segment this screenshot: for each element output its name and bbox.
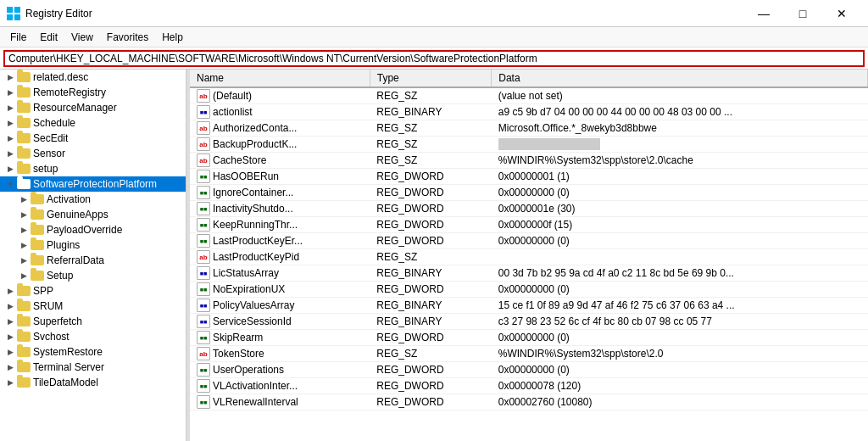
- type-cell: REG_DWORD: [370, 282, 491, 298]
- tree-item[interactable]: ▶Terminal Server: [0, 360, 186, 375]
- type-cell: REG_BINARY: [370, 104, 491, 120]
- data-value: 0x00002760 (10080): [498, 396, 593, 408]
- folder-icon: [31, 254, 44, 267]
- menu-help[interactable]: Help: [155, 30, 190, 45]
- folder-icon: [17, 284, 31, 298]
- tree-item[interactable]: ▶SecEdit: [0, 131, 186, 146]
- table-row[interactable]: ■■UserOperations REG_DWORD 0x00000000 (0…: [190, 362, 868, 378]
- tree-item[interactable]: ▶Plugins: [0, 237, 186, 253]
- tree-item-label: Superfetch: [33, 315, 186, 327]
- table-row[interactable]: ■■VLActivationInter... REG_DWORD 0x00000…: [190, 378, 868, 394]
- table-row[interactable]: ■■ServiceSessionId REG_BINARY c3 27 98 2…: [190, 314, 868, 330]
- svg-rect-2: [7, 14, 13, 20]
- table-row[interactable]: abBackupProductK... REG_SZ: [190, 137, 868, 153]
- table-row[interactable]: ■■actionlist REG_BINARY a9 c5 9b d7 04 0…: [190, 104, 868, 120]
- tree-item[interactable]: ▶PayloadOverride: [0, 222, 186, 237]
- table-row[interactable]: abLastProductKeyPid REG_SZ: [190, 249, 868, 265]
- reg-dword-icon: ■■: [197, 282, 210, 296]
- data-value: 0x00000000 (0): [498, 364, 570, 376]
- table-row[interactable]: abAuthorizedConta... REG_SZ Microsoft.Of…: [190, 120, 868, 137]
- tree-expand-icon[interactable]: ▶: [3, 116, 17, 130]
- close-button[interactable]: ✕: [822, 0, 861, 27]
- tree-item[interactable]: ▶Schedule: [0, 115, 186, 131]
- tree-item[interactable]: ▶SPP: [0, 283, 186, 299]
- tree-expand-icon[interactable]: ▶: [17, 223, 31, 237]
- reg-name: PolicyValuesArray: [213, 299, 294, 311]
- tree-expand-icon[interactable]: ▶: [17, 269, 31, 282]
- menu-favorites[interactable]: Favorites: [100, 30, 155, 45]
- tree-item[interactable]: ▶Sensor: [0, 146, 186, 161]
- tree-expand-icon[interactable]: ▶: [3, 315, 17, 328]
- data-cell: Microsoft.Office.*_8wekyb3d8bbwe: [492, 120, 868, 137]
- reg-name: CacheStore: [213, 154, 266, 166]
- tree-item-label: Sensor: [33, 148, 186, 159]
- tree-item[interactable]: ▶ReferralData: [0, 253, 186, 268]
- minimize-button[interactable]: —: [744, 0, 783, 27]
- data-value: 0x00000000 (0): [498, 283, 570, 295]
- tree-expand-icon[interactable]: ▶: [3, 376, 17, 389]
- reg-sz-icon: ab: [197, 347, 210, 360]
- table-row[interactable]: ■■VLRenewalInterval REG_DWORD 0x00002760…: [190, 394, 868, 410]
- tree-item-label: TileDataModel: [33, 377, 186, 388]
- tree-item[interactable]: ▶Superfetch: [0, 314, 186, 329]
- tree-expand-icon[interactable]: ▾: [3, 177, 17, 191]
- tree-expand-icon[interactable]: ▶: [3, 345, 17, 359]
- reg-dword-icon: ■■: [197, 379, 210, 393]
- reg-sz-icon: ab: [197, 89, 210, 103]
- table-row[interactable]: abTokenStore REG_SZ %WINDIR%\System32\sp…: [190, 346, 868, 362]
- tree-expand-icon[interactable]: ▶: [3, 284, 17, 298]
- table-row[interactable]: ab(Default) REG_SZ (value not set): [190, 87, 868, 104]
- tree-item[interactable]: ▶GenuineApps: [0, 207, 186, 222]
- reg-name: AuthorizedConta...: [213, 122, 297, 134]
- tree-item[interactable]: ▶TileDataModel: [0, 375, 186, 390]
- table-row[interactable]: ■■IgnoreContainer... REG_DWORD 0x0000000…: [190, 185, 868, 201]
- svg-rect-0: [7, 7, 13, 13]
- tree-item[interactable]: ▶ResourceManager: [0, 100, 186, 115]
- tree-expand-icon[interactable]: ▶: [3, 131, 17, 145]
- data-cell: 0x00000000 (0): [492, 282, 868, 298]
- tree-expand-icon[interactable]: ▶: [3, 147, 17, 160]
- table-row[interactable]: ■■LastProductKeyEr... REG_DWORD 0x000000…: [190, 233, 868, 249]
- tree-expand-icon[interactable]: ▶: [3, 360, 17, 374]
- tree-item[interactable]: ▶Setup: [0, 268, 186, 283]
- data-value: c3 27 98 23 52 6c cf 4f bc 80 cb 07 98 c…: [498, 315, 712, 327]
- tree-item[interactable]: ▶SystemRestore: [0, 344, 186, 360]
- name-cell: abBackupProductK...: [190, 137, 370, 153]
- tree-expand-icon[interactable]: ▶: [3, 162, 17, 176]
- tree-expand-icon[interactable]: ▶: [3, 70, 17, 84]
- col-data: Data: [492, 70, 868, 87]
- tree-item[interactable]: ▶Svchost: [0, 329, 186, 344]
- table-row[interactable]: ■■LicStatusArray REG_BINARY 00 3d 7b b2 …: [190, 265, 868, 282]
- tree-expand-icon[interactable]: ▶: [17, 238, 31, 252]
- menu-view[interactable]: View: [64, 30, 100, 45]
- table-row[interactable]: ■■PolicyValuesArray REG_BINARY 15 ce f1 …: [190, 298, 868, 314]
- tree-expand-icon[interactable]: ▶: [3, 330, 17, 343]
- table-row[interactable]: ■■HasOOBERun REG_DWORD 0x00000001 (1): [190, 169, 868, 185]
- table-row[interactable]: ■■InactivityShutdo... REG_DWORD 0x000000…: [190, 201, 868, 217]
- tree-expand-icon[interactable]: ▶: [3, 299, 17, 313]
- type-cell: REG_SZ: [370, 87, 491, 104]
- data-cell: 0x00000000 (0): [492, 330, 868, 346]
- tree-expand-icon[interactable]: ▶: [17, 193, 31, 206]
- tree-item[interactable]: ▾SoftwareProtectionPlatform: [0, 176, 186, 192]
- maximize-button[interactable]: □: [783, 0, 822, 27]
- tree-item-label: ReferralData: [47, 254, 186, 266]
- window-controls: — □ ✕: [744, 0, 861, 27]
- tree-item[interactable]: ▶related.desc: [0, 70, 186, 85]
- tree-item[interactable]: ▶SRUM: [0, 299, 186, 314]
- tree-expand-icon[interactable]: ▶: [17, 208, 31, 221]
- table-row[interactable]: ■■KeepRunningThr... REG_DWORD 0x0000000f…: [190, 217, 868, 233]
- menu-edit[interactable]: Edit: [33, 30, 64, 45]
- tree-item[interactable]: ▶setup: [0, 161, 186, 176]
- tree-expand-icon[interactable]: ▶: [17, 254, 31, 267]
- address-input[interactable]: [3, 50, 865, 67]
- menu-file[interactable]: File: [3, 30, 33, 45]
- tree-expand-icon[interactable]: ▶: [3, 86, 17, 99]
- tree-expand-icon[interactable]: ▶: [3, 101, 17, 114]
- table-row[interactable]: abCacheStore REG_SZ %WINDIR%\System32\sp…: [190, 153, 868, 169]
- table-row[interactable]: ■■SkipRearm REG_DWORD 0x00000000 (0): [190, 330, 868, 346]
- tree-item[interactable]: ▶Activation: [0, 192, 186, 207]
- table-row[interactable]: ■■NoExpirationUX REG_DWORD 0x00000000 (0…: [190, 282, 868, 298]
- window-title: Registry Editor: [25, 8, 92, 20]
- tree-item[interactable]: ▶RemoteRegistry: [0, 85, 186, 100]
